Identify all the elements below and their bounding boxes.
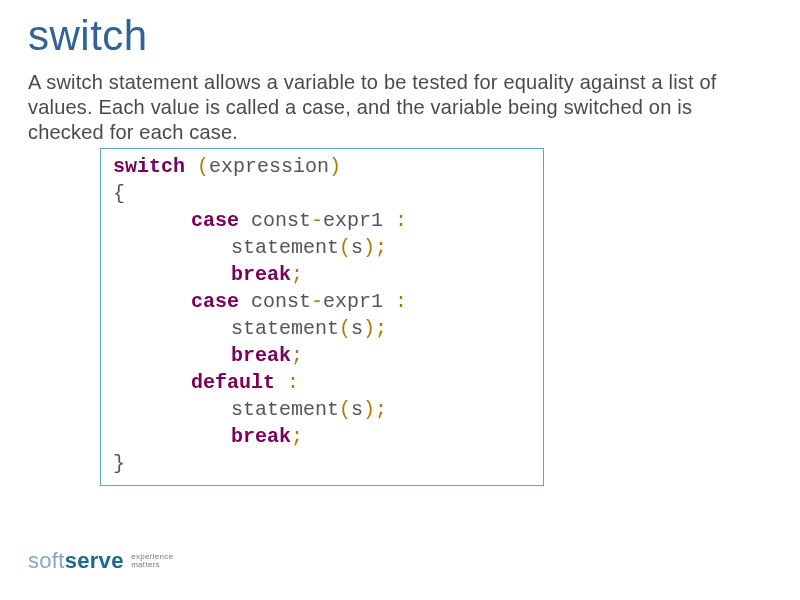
code-line: case const-expr1 : [113, 207, 531, 234]
description-text: A switch statement allows a variable to … [0, 64, 800, 146]
logo-tagline: experience matters [131, 553, 173, 570]
code-line: default : [113, 369, 531, 396]
code-line: break; [113, 342, 531, 369]
page-title: switch [0, 0, 800, 64]
code-line: break; [113, 423, 531, 450]
code-snippet: switch (expression) { case const-expr1 :… [100, 148, 544, 486]
code-line: switch (expression) [113, 153, 531, 180]
code-line: break; [113, 261, 531, 288]
logo-serve-text: serve [65, 548, 124, 573]
code-line: statement(s); [113, 315, 531, 342]
logo-soft-text: soft [28, 548, 65, 573]
code-line: } [113, 450, 531, 477]
code-line: statement(s); [113, 234, 531, 261]
code-line: statement(s); [113, 396, 531, 423]
company-logo: softserve experience matters [28, 548, 173, 574]
code-line: { [113, 180, 531, 207]
code-line: case const-expr1 : [113, 288, 531, 315]
